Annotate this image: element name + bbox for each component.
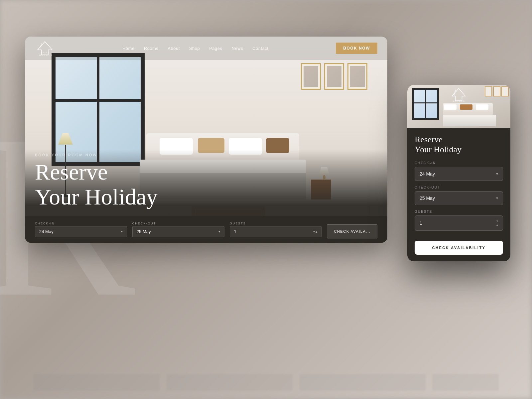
popup-logo-icon: MOTELA [450,87,468,102]
svg-text:GRAND: GRAND [41,52,50,54]
mini-frame-1 [485,86,492,96]
mini-bed [443,103,496,125]
nav-pages[interactable]: Pages [209,46,222,51]
mini-frame-3 [501,86,509,96]
nav-rooms[interactable]: Rooms [144,46,159,51]
book-now-button[interactable]: BOOK NOW [336,43,377,54]
guests-field: GUESTS 1 ▾ ▴ [230,222,322,237]
checkout-field: CHECK-OUT 25 May ▾ [132,222,224,237]
checkout-label: CHECK-OUT [132,222,224,225]
nav-home[interactable]: Home [122,46,135,51]
popup-check-availability-button[interactable]: CHECK AVAILABILITY [415,241,503,255]
popup-checkin-select[interactable]: 24 May ▾ [415,167,503,181]
mini-pillow-3 [476,104,488,110]
popup-checkout-select[interactable]: 25 May ▾ [415,191,503,205]
popup-checkin-field: CHECK-IN 24 May ▾ [415,161,503,181]
checkin-arrow-icon: ▾ [121,230,123,233]
popup-guests-field: GUESTS 1 ▾ ▴ [415,210,503,231]
wall-art-frames [301,63,367,90]
main-browser-card: MOTELA GRAND Home Rooms About Shop Pages… [25,37,387,243]
popup-checkout-field: CHECK-OUT 25 May ▾ [415,186,503,205]
mini-pillow-1 [444,104,457,110]
mini-bed-body [443,115,496,126]
guests-up-icon: ▴ [496,223,498,226]
hero-title: Reserve Your Holiday [35,160,158,209]
art-frame-1 [301,63,321,90]
mini-art-frames [485,86,509,96]
popup-booking-card: MOTELA Reserve Your Holiday CHECK-IN 24 … [407,85,510,261]
logo-icon: MOTELA GRAND [35,40,55,57]
mini-pillow-2 [460,104,472,110]
guests-arrows-icon: ▾ ▴ [313,230,318,233]
guests-down-icon: ▾ [496,220,498,223]
popup-hero-image: MOTELA [407,85,510,128]
checkin-select[interactable]: 24 May ▾ [35,226,127,237]
nav-about[interactable]: About [168,46,180,51]
check-availability-button[interactable]: CHECK AVAILA... [327,224,377,238]
mini-bedroom-window [412,88,439,120]
nav-contact[interactable]: Contact [252,46,268,51]
art-frame-3 [347,63,367,90]
checkin-label: CHECK-IN [35,222,127,225]
svg-marker-1 [38,43,42,50]
navbar: MOTELA GRAND Home Rooms About Shop Pages… [25,37,387,60]
mini-bed-headboard [443,103,493,115]
popup-checkout-label: CHECK-OUT [415,186,503,189]
guests-label: GUESTS [230,222,322,225]
shadow-field-1 [33,374,160,391]
checkout-arrow-icon: ▾ [218,230,220,233]
svg-marker-4 [452,88,466,101]
svg-marker-5 [453,89,456,96]
svg-text:MOTELA: MOTELA [453,100,466,102]
logo-area[interactable]: MOTELA GRAND [35,40,55,57]
art-frame-2 [324,63,344,90]
popup-form: Reserve Your Holiday CHECK-IN 24 May ▾ C… [407,128,510,261]
shadow-button [432,374,499,391]
bottom-shadow-bar [0,366,532,399]
mini-frame-2 [493,86,500,96]
nav-links: Home Rooms About Shop Pages News Contact [122,46,268,51]
hero-text-area: BOOK YOUR ROOM NOW Reserve Your Holiday [35,153,158,209]
guests-select[interactable]: 1 ▾ ▴ [230,226,322,237]
nav-news[interactable]: News [232,46,243,51]
popup-checkin-arrow-icon: ▾ [496,172,498,176]
checkin-field: CHECK-IN 24 May ▾ [35,222,127,237]
popup-guests-select[interactable]: 1 ▾ ▴ [415,215,503,231]
booking-bar: CHECK-IN 24 May ▾ CHECK-OUT 25 May ▾ GUE… [25,216,387,243]
popup-checkin-label: CHECK-IN [415,161,503,165]
nav-shop[interactable]: Shop [189,46,200,51]
popup-checkout-arrow-icon: ▾ [496,196,498,200]
shadow-field-3 [299,374,426,391]
popup-guests-label: GUESTS [415,210,503,213]
popup-title: Reserve Your Holiday [415,135,503,155]
hero-subtitle: BOOK YOUR ROOM NOW [35,153,158,157]
guests-stepper-arrows: ▾ ▴ [496,220,498,226]
checkout-select[interactable]: 25 May ▾ [132,226,224,237]
svg-text:MOTELA: MOTELA [39,54,53,56]
shadow-field-2 [166,374,293,391]
